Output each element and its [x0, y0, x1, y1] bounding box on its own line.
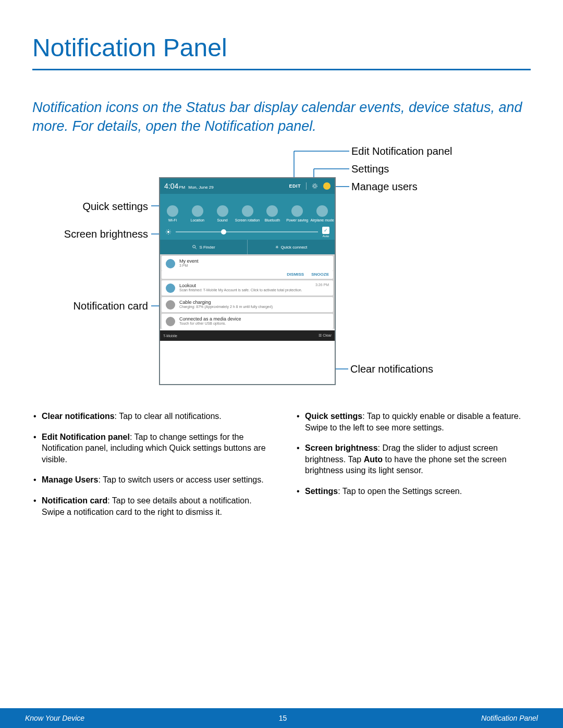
callout-clear-notifications: Clear notifications [350, 363, 433, 375]
svg-line-19 [170, 230, 170, 231]
bullet-item: Notification card: Tap to see details ab… [32, 495, 267, 517]
status-date: Mon, June 29 [188, 185, 213, 190]
status-time: 4:04PM [164, 182, 185, 190]
callout-edit-panel: Edit Notification panel [351, 145, 452, 157]
callout-settings: Settings [351, 163, 389, 175]
notification-list: My event3 PMDISMISSSNOOZELookoutScan fin… [160, 254, 335, 329]
notification-badge-icon [166, 259, 175, 268]
notification-badge-icon [166, 300, 175, 310]
notification-action-snooze[interactable]: SNOOZE [311, 272, 329, 277]
title-rule [32, 69, 531, 70]
notification-panel-screenshot: 4:04PM Mon, June 29 EDIT Wi-FiLocationSo… [159, 177, 336, 385]
svg-line-17 [170, 233, 170, 234]
notification-card[interactable]: Cable chargingCharging: 87% (Approximate… [162, 297, 333, 312]
callout-manage-users: Manage users [351, 181, 418, 193]
search-icon [192, 244, 197, 250]
notification-action-dismiss[interactable]: DISMISS [287, 272, 304, 277]
intro-text: Notification icons on the Status bar dis… [32, 98, 531, 136]
callout-screen-brightness: Screen brightness [52, 228, 148, 240]
gear-icon[interactable] [312, 183, 318, 189]
panel-footer: T-Mobile ☰ Clear [160, 330, 335, 341]
quick-setting-bluetooth[interactable]: Bluetooth [260, 194, 285, 224]
status-bar: 4:04PM Mon, June 29 EDIT [160, 178, 335, 194]
notification-card[interactable]: My event3 PM [162, 256, 333, 271]
svg-point-9 [314, 185, 316, 188]
bullet-item: Edit Notification panel: Tap to change s… [32, 431, 267, 465]
bullet-item: Quick settings: Tap to quickly enable or… [296, 411, 531, 433]
bullet-item: Clear notifications: Tap to clear all no… [32, 411, 267, 422]
description-columns: Clear notifications: Tap to clear all no… [32, 411, 531, 527]
brightness-slider[interactable] [176, 231, 318, 232]
svg-point-20 [193, 245, 195, 248]
svg-line-16 [167, 230, 167, 231]
quick-setting-power-saving[interactable]: Power saving [285, 194, 310, 224]
brightness-row[interactable]: ✓ Auto [160, 224, 335, 240]
quick-setting-sound[interactable]: Sound [210, 194, 235, 224]
page-title: Notification Panel [32, 33, 227, 62]
svg-line-18 [167, 233, 167, 234]
bullet-item: Settings: Tap to open the Settings scree… [296, 486, 531, 497]
s-finder-button[interactable]: S Finder [160, 240, 248, 254]
svg-point-11 [167, 231, 169, 233]
brightness-icon [165, 229, 172, 235]
finder-row: S Finder ✳ Quick connect [160, 240, 335, 254]
notification-badge-icon [166, 283, 175, 293]
brightness-auto-checkbox[interactable]: ✓ [322, 227, 329, 234]
quick-setting-location[interactable]: Location [185, 194, 210, 224]
avatar-icon[interactable] [323, 182, 331, 190]
footer-section: Know Your Device [25, 714, 84, 722]
svg-line-21 [195, 248, 197, 249]
bullet-item: Manage Users: Tap to switch users or acc… [32, 474, 267, 486]
quick-setting-wi-fi[interactable]: Wi-Fi [160, 194, 185, 224]
carrier-label: T-Mobile [163, 334, 177, 338]
callout-notification-card: Notification card [52, 300, 148, 312]
quick-connect-button[interactable]: ✳ Quick connect [248, 240, 335, 254]
quick-connect-icon: ✳ [275, 245, 279, 250]
brightness-auto-label: Auto [323, 235, 329, 238]
edit-button[interactable]: EDIT [289, 183, 301, 189]
notification-card[interactable]: LookoutScan finished: T-Mobile My Accoun… [162, 280, 333, 295]
clear-button[interactable]: ☰ Clear [319, 334, 332, 338]
svg-point-10 [313, 184, 317, 189]
notification-actions: DISMISSSNOOZE [162, 271, 333, 279]
quick-setting-screen-rotation[interactable]: Screen rotation [235, 194, 260, 224]
footer-page-number: 15 [279, 714, 287, 722]
notification-card[interactable]: Connected as a media deviceTouch for oth… [162, 314, 333, 329]
quick-settings-row[interactable]: Wi-FiLocationSoundScreen rotationBluetoo… [160, 194, 335, 224]
callout-quick-settings: Quick settings [52, 201, 148, 213]
quick-setting-airplane-mode[interactable]: Airplane mode [310, 194, 335, 224]
footer-topic: Notification Panel [481, 714, 538, 722]
notification-badge-icon [166, 317, 175, 326]
bullet-item: Screen brightness: Drag the slider to ad… [296, 442, 531, 476]
page-footer: Know Your Device 15 Notification Panel [0, 708, 563, 728]
